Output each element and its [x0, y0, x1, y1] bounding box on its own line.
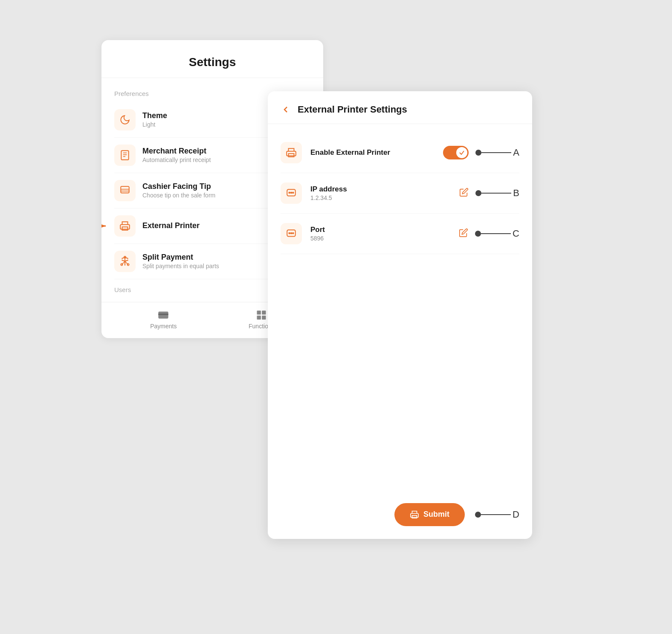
- annotation-dot-b: [475, 190, 481, 196]
- settings-header: Settings: [101, 40, 323, 78]
- ip-value: 1.2.34.5: [310, 194, 347, 201]
- annotation-dot-c: [475, 231, 481, 237]
- ip-chat-icon: [286, 188, 297, 199]
- printer-icon-wrap: [114, 215, 136, 237]
- edit-icon: [459, 188, 469, 197]
- printer-settings-title: External Printer Settings: [298, 104, 407, 115]
- enable-printer-icon: [286, 147, 297, 158]
- theme-subtitle: Light: [142, 121, 167, 128]
- ip-control: B: [459, 188, 519, 199]
- ip-edit-button[interactable]: [459, 188, 469, 199]
- annotation-label-c: C: [513, 228, 519, 239]
- annotation-line-d: [481, 514, 511, 515]
- split-payment-title: Split Payment: [142, 253, 219, 262]
- svg-rect-16: [262, 310, 266, 314]
- printer-footer: Submit D: [268, 490, 532, 539]
- svg-rect-18: [262, 316, 266, 319]
- submit-button[interactable]: Submit: [394, 503, 465, 526]
- payments-label: Payments: [150, 323, 177, 330]
- annotation-dot-a: [475, 150, 481, 156]
- enable-printer-toggle[interactable]: [443, 146, 469, 159]
- merchant-receipt-text: Merchant Receipt Automatically print rec…: [142, 147, 211, 163]
- ip-text: IP address 1.2.34.5: [310, 185, 347, 201]
- split-icon-wrap: [114, 251, 136, 272]
- theme-icon-wrap: [114, 109, 136, 130]
- port-text: Port 5896: [310, 226, 325, 242]
- svg-rect-15: [257, 310, 261, 314]
- port-value: 5896: [310, 235, 325, 242]
- split-icon: [119, 256, 130, 267]
- annotation-label-b: B: [513, 188, 519, 199]
- enable-printer-control: A: [443, 146, 519, 159]
- tip-icon: [119, 185, 130, 196]
- printer-settings-panel: External Printer Settings Enable Externa…: [268, 91, 532, 539]
- card-icon: [157, 309, 169, 321]
- arrow-icon: [101, 220, 110, 232]
- svg-point-26: [291, 232, 292, 234]
- annotation-line-b: [481, 193, 511, 194]
- annotation-line-c: [481, 233, 511, 234]
- back-arrow-icon: [281, 104, 291, 115]
- annotation-label-d: D: [513, 509, 519, 520]
- enable-printer-title: Enable External Printer: [310, 148, 390, 157]
- svg-rect-4: [121, 186, 129, 193]
- printer-icon: [119, 220, 130, 232]
- theme-text: Theme Light: [142, 111, 167, 128]
- port-title: Port: [310, 226, 325, 234]
- receipt-icon-wrap: [114, 145, 136, 166]
- svg-point-25: [289, 232, 290, 234]
- theme-title: Theme: [142, 111, 167, 120]
- annotation-line-a: [481, 152, 511, 153]
- svg-point-21: [289, 192, 290, 193]
- split-payment-subtitle: Split payments in equal parts: [142, 263, 219, 269]
- annotation-label-a: A: [513, 147, 519, 158]
- external-printer-title: External Printer: [142, 221, 200, 230]
- tab-payments[interactable]: Payments: [150, 309, 177, 330]
- tip-icon-wrap: [114, 180, 136, 201]
- cashier-tip-text: Cashier Facing Tip Choose tip on the sal…: [142, 182, 215, 199]
- edit-icon-port: [459, 228, 468, 237]
- external-printer-text: External Printer: [142, 221, 200, 230]
- enable-printer-text: Enable External Printer: [310, 148, 390, 157]
- printer-item-ip: IP address 1.2.34.5 B: [281, 173, 519, 214]
- cashier-tip-subtitle: Choose tip on the sale form: [142, 192, 215, 199]
- svg-rect-0: [121, 151, 128, 160]
- merchant-receipt-subtitle: Automatically print receipt: [142, 156, 211, 163]
- receipt-icon: [119, 150, 130, 161]
- submit-annotation: D: [475, 509, 519, 520]
- back-button[interactable]: [281, 104, 291, 115]
- printer-item-enable: Enable External Printer: [281, 133, 519, 173]
- svg-point-22: [291, 192, 292, 193]
- split-payment-text: Split Payment Split payments in equal pa…: [142, 253, 219, 269]
- port-control: C: [459, 228, 519, 239]
- svg-point-23: [293, 192, 294, 193]
- port-chat-icon: [286, 228, 297, 239]
- grid-icon: [255, 309, 267, 321]
- ip-title: IP address: [310, 185, 347, 194]
- submit-label: Submit: [423, 510, 449, 519]
- svg-point-27: [293, 232, 294, 234]
- settings-title: Settings: [101, 55, 323, 69]
- cashier-tip-title: Cashier Facing Tip: [142, 182, 215, 191]
- selection-arrow: [101, 220, 110, 232]
- toggle-track[interactable]: [443, 146, 469, 159]
- printer-settings-header: External Printer Settings: [268, 91, 532, 124]
- printer-settings-body: Enable External Printer: [268, 124, 532, 490]
- port-icon-wrap: [281, 223, 302, 244]
- enable-printer-icon-wrap: [281, 142, 302, 163]
- merchant-receipt-title: Merchant Receipt: [142, 147, 211, 156]
- annotation-dot-d: [475, 512, 481, 518]
- ip-icon-wrap: [281, 182, 302, 204]
- port-edit-button[interactable]: [459, 228, 468, 239]
- moon-icon: [119, 114, 130, 125]
- toggle-thumb: [456, 147, 467, 158]
- printer-item-port: Port 5896 C: [281, 214, 519, 254]
- svg-rect-17: [257, 316, 261, 319]
- check-icon: [459, 150, 465, 156]
- submit-printer-icon: [410, 510, 419, 519]
- svg-rect-14: [159, 313, 168, 315]
